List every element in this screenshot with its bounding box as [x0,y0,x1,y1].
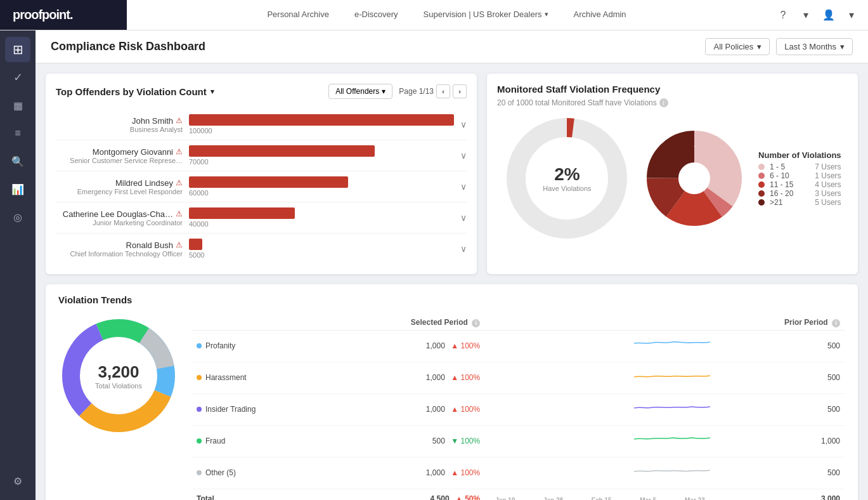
offender-name: Catherine Lee Douglas-Cha… ⚠ [56,209,183,219]
violation-bar [189,145,375,157]
row-expand-icon[interactable]: ∨ [460,181,467,192]
trends-donut-center: 3,200 Total Violations [95,362,142,390]
user-dropdown-button[interactable]: ▾ [841,5,862,25]
page-title: Compliance Risk Dashboard [51,40,205,53]
bar-value: 5000 [189,251,454,259]
logo-text: proofpoint. [13,8,73,22]
info-icon: i [472,319,480,327]
bar-value: 70000 [189,158,454,166]
trend-up-icon: ▲ [451,405,458,414]
nav-ediscovery[interactable]: e-Discovery [342,0,411,30]
trend-up-icon: ▲ [451,341,458,350]
category-dot [197,375,202,380]
nav-archive-admin[interactable]: Archive Admin [561,0,639,30]
legend-dot [758,190,765,197]
main-content: Compliance Risk Dashboard All Policies ▾… [36,30,868,500]
sparkline-svg [634,336,710,355]
trends-title: Violation Trends [58,294,845,305]
legend-dot [758,181,765,188]
violation-freq-title: Monitored Staff Violation Frequency [497,84,848,95]
help-button[interactable]: ? [773,5,793,25]
offender-name: Ronald Bush ⚠ [56,240,183,250]
trend-up-icon: ▲ [451,373,458,382]
sidebar-item-check[interactable]: ✓ [5,65,30,90]
legend-item: 16 - 20 3 Users [758,189,841,198]
category-dot [197,343,202,348]
legend-item: 1 - 5 7 Users [758,162,841,171]
offender-row: Ronald Bush ⚠ Chief Information Technolo… [56,234,467,264]
sidebar-item-list[interactable]: ≡ [5,121,30,146]
user-profile-button[interactable]: 👤 [819,5,839,25]
table-row: Insider Trading 1,000 ▲ 100% [191,393,845,425]
dash-filters: All Policies ▾ Last 3 Months ▾ [705,38,853,55]
period-filter-button[interactable]: Last 3 Months ▾ [776,38,853,55]
total-violations-label: Total Violations [95,382,142,390]
trend-up-icon: ▲ [451,468,458,477]
bottom-row: Violation Trends [46,284,858,500]
sidebar-item-calendar[interactable]: ▦ [5,93,30,118]
offender-role: Emergency First Level Responder [56,188,183,195]
bar-container: 100000 [189,114,454,135]
row-expand-icon[interactable]: ∨ [460,244,467,254]
legend-item: >21 5 Users [758,198,841,207]
donut-center: 2% Have Violations [543,164,591,192]
bar-container: 60000 [189,176,454,197]
offender-name: Mildred Lindsey ⚠ [56,178,183,188]
trends-table: Selected Period i Prior Period i [191,315,845,500]
table-row: Fraud 500 ▼ 100% [191,425,845,457]
period-filter-label: Last 3 Months [784,42,836,51]
nav-links: Personal Archive e-Discovery Supervision… [127,0,767,30]
offenders-card: Top Offenders by Violation Count All Off… [46,74,477,274]
offender-row: Montgomery Giovanni ⚠ Senior Customer Se… [56,140,467,171]
violation-bar [189,114,454,126]
category-dot [197,470,202,475]
row-expand-icon[interactable]: ∨ [460,213,467,223]
donut-pct: 2% [543,164,591,185]
bar-value: 40000 [189,220,454,228]
donut-label: Have Violations [543,185,591,192]
legend-dot [758,164,765,170]
offenders-filter-button[interactable]: All Offenders ▾ [328,84,392,99]
offender-info: Mildred Lindsey ⚠ Emergency First Level … [56,178,183,195]
bar-container: 40000 [189,207,454,228]
sidebar-item-search[interactable]: 🔍 [5,148,30,174]
bar-container: 70000 [189,145,454,166]
row-expand-icon[interactable]: ∨ [460,119,467,129]
next-page-button[interactable]: › [453,84,467,98]
top-nav: proofpoint. Personal Archive e-Discovery… [0,0,868,30]
policies-filter-button[interactable]: All Policies ▾ [705,38,770,55]
freq-body: 2% Have Violations [497,115,848,242]
layout: ⊞ ✓ ▦ ≡ 🔍 📊 ◎ ⚙ Compliance Risk Dashboar… [0,30,868,500]
offender-name: John Smith ⚠ [56,116,183,126]
sidebar-item-settings[interactable]: ⚙ [5,468,30,494]
sidebar-item-chart[interactable]: 📊 [5,176,30,202]
warning-icon: ⚠ [176,209,183,218]
warning-icon: ⚠ [176,178,183,187]
bar-value: 60000 [189,189,454,197]
table-row: Other (5) 1,000 ▲ 100% [191,457,845,489]
freq-donut-chart: 2% Have Violations [503,115,630,242]
sidebar-item-network[interactable]: ◎ [5,204,30,230]
offender-name: Montgomery Giovanni ⚠ [56,147,183,157]
prev-page-button[interactable]: ‹ [436,84,450,98]
category-dot [197,438,202,444]
offender-info: John Smith ⚠ Business Analyst [56,116,183,133]
nav-supervision[interactable]: Supervision | US Broker Dealers [411,0,561,30]
sidebar-item-apps[interactable]: ⊞ [5,37,30,62]
nav-right: ? ▾ 👤 ▾ [767,0,868,30]
freq-legend: Number of Violations 1 - 5 7 Users 6 - 1… [758,150,841,207]
sparkline-svg [634,463,710,482]
top-row: Top Offenders by Violation Count All Off… [46,74,858,274]
nav-personal-archive[interactable]: Personal Archive [254,0,342,30]
row-expand-icon[interactable]: ∨ [460,150,467,161]
period-filter-icon: ▾ [840,42,845,51]
offender-role: Junior Marketing Coordinator [56,219,183,227]
sidebar: ⊞ ✓ ▦ ≡ 🔍 📊 ◎ ⚙ [0,30,36,500]
violation-frequency-card: Monitored Staff Violation Frequency 20 o… [487,74,858,274]
offenders-card-title[interactable]: Top Offenders by Violation Count [56,86,214,97]
trend-up-icon: ▲ [455,494,463,500]
trends-body: 3,200 Total Violations [58,315,845,500]
help-dropdown-button[interactable]: ▾ [796,5,816,25]
legend-item: 6 - 10 1 Users [758,171,841,180]
warning-icon: ⚠ [176,147,183,156]
